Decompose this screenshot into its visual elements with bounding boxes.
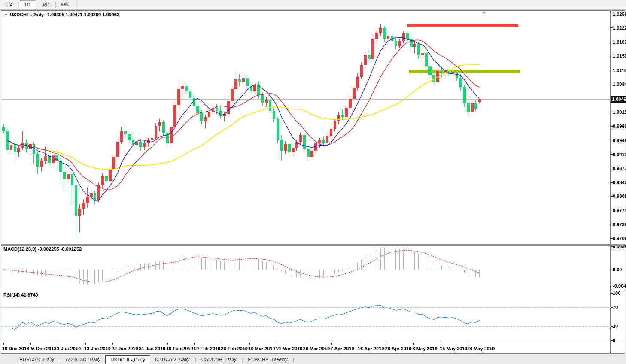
svg-text:0.99110: 0.99110 [613, 152, 626, 157]
svg-text:1.02220: 1.02220 [613, 25, 626, 30]
tab-audusd[interactable]: AUDUSD-,Daily [61, 356, 105, 363]
collapse-triangle-icon[interactable]: ▼ [4, 13, 8, 17]
svg-text:7 Apr 2019: 7 Apr 2019 [330, 346, 354, 351]
svg-text:0.00597: 0.00597 [613, 244, 626, 249]
chart-ohlc-values: 1.00395 1.00471 1.00360 1.00463 [47, 12, 119, 17]
chart-symbol-label: USDCHF-,Daily [10, 12, 44, 17]
svg-text:13 Jan 2019: 13 Jan 2019 [84, 346, 111, 351]
svg-text:31 Jan 2019: 31 Jan 2019 [139, 346, 166, 351]
metatrader-screen: H4D1W1MN 1.025601.022201.018701.015301.0… [0, 0, 626, 364]
tab-eurchf[interactable]: EURCHF-,Weekly [243, 356, 292, 363]
svg-text:6 May 2019: 6 May 2019 [413, 346, 438, 351]
svg-text:1.01180: 1.01180 [613, 68, 626, 73]
svg-text:1.01530: 1.01530 [613, 53, 626, 58]
tab-usdcad[interactable]: USDCAD-,Daily [150, 356, 194, 363]
svg-text:15 May 2019: 15 May 2019 [440, 346, 467, 351]
svg-text:16 Apr 2019: 16 Apr 2019 [358, 346, 384, 351]
svg-text:-0.00424: -0.00424 [613, 283, 626, 288]
svg-text:1.02560: 1.02560 [613, 12, 626, 17]
svg-text:1.00840: 1.00840 [613, 82, 626, 87]
svg-text:10 Mar 2019: 10 Mar 2019 [248, 346, 275, 351]
chart-tab-bar: EURUSD-,Daily|AUDUSD-,DailyUSDCHF-,Daily… [0, 355, 626, 364]
svg-text:0.98420: 0.98420 [613, 180, 626, 185]
svg-text:0.99800: 0.99800 [613, 124, 626, 129]
rsi-indicator-label: RSI(14) 41.6740 [3, 292, 38, 297]
svg-text:70: 70 [613, 305, 618, 310]
tab-usdchf[interactable]: USDCHF-,Daily [105, 355, 150, 364]
support-band [409, 70, 520, 73]
tab-separator: | [241, 357, 243, 362]
svg-text:1.01870: 1.01870 [613, 39, 626, 45]
svg-text:1.00150: 1.00150 [613, 109, 626, 115]
svg-text:100: 100 [613, 291, 620, 296]
tab-separator: | [195, 357, 196, 362]
tab-usdcnh[interactable]: USDCNH-,Daily [197, 356, 241, 363]
svg-text:0.00: 0.00 [613, 267, 622, 272]
svg-text:26 Apr 2019: 26 Apr 2019 [385, 346, 411, 351]
tab-eurusd[interactable]: EURUSD-,Daily [15, 356, 59, 363]
svg-text:0: 0 [613, 338, 615, 343]
tab-separator: | [59, 357, 61, 362]
svg-text:28 Mar 2019: 28 Mar 2019 [303, 346, 330, 351]
svg-text:0.97050: 0.97050 [613, 236, 626, 241]
macd-indicator-label: MACD(12,26,9) -0.002255 -0.001252 [3, 246, 82, 252]
svg-text:24 May 2019: 24 May 2019 [467, 346, 495, 351]
svg-text:0.97390: 0.97390 [613, 222, 626, 227]
svg-text:10 Feb 2019: 10 Feb 2019 [166, 346, 193, 351]
resistance-band [407, 24, 518, 27]
svg-text:1.00463: 1.00463 [612, 97, 626, 102]
svg-text:0.98080: 0.98080 [613, 194, 626, 199]
window-frame [1, 11, 625, 354]
svg-text:0.98770: 0.98770 [613, 166, 626, 171]
svg-text:3 Jan 2019: 3 Jan 2019 [57, 346, 81, 351]
svg-text:16 Dec 2018: 16 Dec 2018 [2, 346, 29, 351]
current-price-box: 1.00463 [611, 96, 626, 103]
svg-text:25 Dec 2018: 25 Dec 2018 [30, 346, 57, 351]
tab-separator: | [293, 357, 294, 362]
chart-title: ▼USDCHF-,Daily1.00395 1.00471 1.00360 1.… [4, 12, 119, 17]
svg-text:22 Jan 2019: 22 Jan 2019 [112, 346, 138, 351]
svg-text:0.99460: 0.99460 [613, 138, 626, 143]
price-chart-canvas[interactable]: 1.025601.022201.018701.015301.011801.008… [0, 0, 626, 364]
svg-text:30: 30 [613, 324, 618, 329]
svg-text:28 Feb 2019: 28 Feb 2019 [221, 346, 248, 351]
svg-text:19 Mar 2019: 19 Mar 2019 [276, 346, 302, 351]
svg-text:0.97740: 0.97740 [613, 208, 626, 213]
svg-text:19 Feb 2019: 19 Feb 2019 [194, 346, 220, 351]
